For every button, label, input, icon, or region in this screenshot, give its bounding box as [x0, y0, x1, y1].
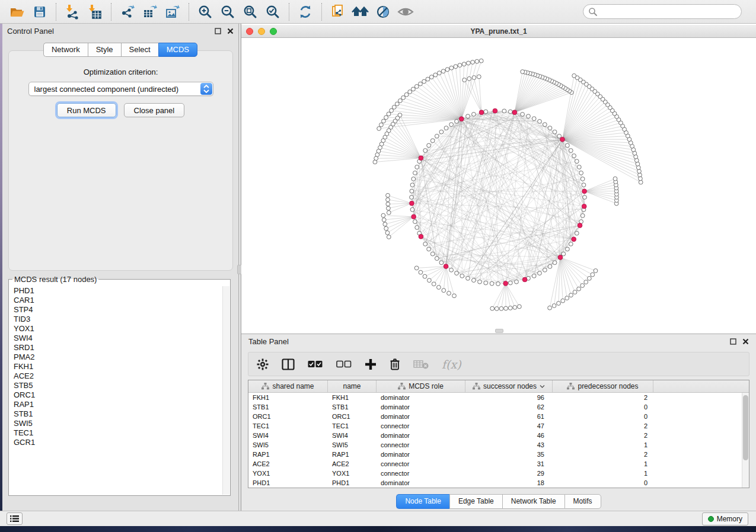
- settings-gear-icon[interactable]: [257, 358, 269, 370]
- column-header[interactable]: successor nodes: [465, 380, 553, 392]
- zoom-in-button[interactable]: [196, 2, 215, 21]
- delete-table-icon[interactable]: [413, 359, 429, 370]
- table-cell: connector: [377, 469, 465, 478]
- mcds-list-item[interactable]: STB5: [9, 381, 222, 390]
- float-panel-icon[interactable]: [730, 338, 736, 345]
- mcds-tab-panel: Optimization criterion: largest connecte…: [8, 50, 233, 271]
- close-panel-button[interactable]: Close panel: [124, 103, 185, 117]
- tab-network[interactable]: Network: [43, 43, 88, 57]
- add-column-icon[interactable]: [365, 358, 377, 370]
- import-network-icon: [65, 4, 80, 20]
- float-panel-icon[interactable]: [215, 28, 221, 34]
- zoom-out-button[interactable]: [218, 2, 237, 21]
- table-row[interactable]: STB1STB1dominator620: [248, 402, 742, 412]
- mcds-list-item[interactable]: FKH1: [9, 362, 222, 371]
- first-neighbors-button[interactable]: [351, 2, 370, 21]
- mcds-list-item[interactable]: RAP1: [9, 400, 222, 409]
- table-cell: SWI4: [248, 431, 328, 440]
- delete-column-icon[interactable]: [390, 358, 400, 370]
- mcds-list-item[interactable]: YOX1: [9, 324, 222, 334]
- export-table-button[interactable]: [141, 2, 160, 21]
- run-mcds-button[interactable]: Run MCDS: [57, 103, 116, 117]
- mcds-list-item[interactable]: TEC1: [9, 428, 222, 438]
- tab-motifs[interactable]: Motifs: [564, 494, 601, 509]
- column-header[interactable]: predecessor nodes: [553, 380, 653, 392]
- mcds-list-item[interactable]: STB1: [9, 409, 222, 419]
- mcds-list-item[interactable]: SWI5: [9, 419, 222, 428]
- tab-network-table[interactable]: Network Table: [502, 494, 564, 509]
- refresh-button[interactable]: [296, 2, 315, 21]
- mcds-list-item[interactable]: CAR1: [9, 296, 222, 305]
- table-scrollbar-thumb[interactable]: [743, 395, 748, 460]
- table-cell: 62: [465, 402, 553, 412]
- table-cell: 18: [465, 478, 553, 488]
- select-all-icon[interactable]: [308, 360, 323, 368]
- mcds-list-item[interactable]: STP4: [9, 305, 222, 315]
- show-columns-icon[interactable]: [282, 358, 295, 370]
- network-window-titlebar[interactable]: YPA_prune.txt_1: [241, 25, 756, 38]
- save-icon: [33, 5, 47, 19]
- mcds-list-scrollbar[interactable]: [222, 286, 229, 495]
- tab-edge-table[interactable]: Edge Table: [449, 494, 502, 509]
- tab-node-table[interactable]: Node Table: [396, 494, 449, 509]
- table-panel-title: Table Panel: [248, 337, 289, 346]
- search-input[interactable]: [583, 4, 742, 19]
- import-network-button[interactable]: [63, 2, 82, 21]
- mcds-result-box: MCDS result (17 nodes) PHD1CAR1STP4TID3Y…: [8, 275, 231, 496]
- table-scrollbar[interactable]: [742, 393, 749, 488]
- control-panel: Control Panel Network Style Select MCDS …: [2, 24, 239, 511]
- table-row[interactable]: YOX1YOX1connector291: [248, 469, 742, 478]
- column-header[interactable]: name: [328, 380, 377, 392]
- column-header[interactable]: MCDS role: [377, 380, 465, 392]
- column-header[interactable]: shared name: [248, 380, 328, 392]
- optimization-criterion-select[interactable]: largest connected component (undirected): [28, 82, 213, 96]
- select-stepper-icon: [200, 83, 212, 95]
- function-builder-icon[interactable]: f(x): [442, 358, 461, 371]
- show-hidden-button[interactable]: [396, 2, 415, 21]
- table-row[interactable]: RAP1RAP1dominator352: [248, 450, 742, 459]
- mcds-list-item[interactable]: TID3: [9, 315, 222, 324]
- table-row[interactable]: PHD1PHD1dominator180: [248, 478, 742, 488]
- toolbar-separator: [56, 3, 56, 21]
- tab-select[interactable]: Select: [121, 43, 158, 57]
- eye-icon: [397, 5, 414, 19]
- export-network-button[interactable]: [118, 2, 137, 21]
- table-cell: 31: [465, 459, 553, 469]
- table-row[interactable]: SWI5SWI5connector431: [248, 440, 742, 450]
- table-row[interactable]: FKH1FKH1dominator962: [248, 393, 742, 402]
- import-table-button[interactable]: [85, 2, 104, 21]
- table-row[interactable]: SWI4SWI4dominator462: [248, 431, 742, 440]
- toolbar-separator: [111, 3, 111, 21]
- save-button[interactable]: [30, 2, 49, 21]
- table-cell: 96: [465, 393, 553, 402]
- mcds-list-item[interactable]: PHD1: [9, 286, 222, 296]
- tab-mcds[interactable]: MCDS: [158, 43, 197, 57]
- mcds-list-item[interactable]: GCR1: [9, 438, 222, 447]
- table-row[interactable]: TEC1TEC1connector472: [248, 421, 742, 431]
- mcds-list-item[interactable]: ORC1: [9, 390, 222, 400]
- mcds-result-legend: MCDS result (17 nodes): [12, 275, 98, 284]
- mcds-result-list: PHD1CAR1STP4TID3YOX1SWI4SRD1PMA2FKH1ACE2…: [9, 286, 222, 495]
- new-network-from-selection-button[interactable]: [328, 2, 347, 21]
- horizontal-splitter-handle[interactable]: [495, 329, 503, 333]
- network-canvas[interactable]: [241, 39, 756, 334]
- export-image-button[interactable]: [163, 2, 182, 21]
- network-window-title: YPA_prune.txt_1: [241, 27, 756, 36]
- close-panel-icon[interactable]: [742, 338, 749, 345]
- memory-button[interactable]: Memory: [702, 512, 748, 525]
- mcds-list-item[interactable]: PMA2: [9, 352, 222, 362]
- zoom-selected-button[interactable]: [263, 2, 282, 21]
- open-folder-button[interactable]: [8, 2, 27, 21]
- status-bar: Memory: [0, 511, 756, 526]
- tab-style[interactable]: Style: [88, 43, 121, 57]
- mcds-list-item[interactable]: SWI4: [9, 334, 222, 343]
- close-panel-icon[interactable]: [227, 28, 234, 34]
- show-panels-list-button[interactable]: [7, 512, 23, 525]
- hide-selected-button[interactable]: [374, 2, 393, 21]
- mcds-list-item[interactable]: SRD1: [9, 343, 222, 352]
- table-row[interactable]: ACE2ACE2connector311: [248, 459, 742, 469]
- table-row[interactable]: ORC1ORC1dominator610: [248, 412, 742, 421]
- deselect-all-icon[interactable]: [336, 360, 352, 368]
- zoom-fit-button[interactable]: [241, 2, 260, 21]
- mcds-list-item[interactable]: ACE2: [9, 371, 222, 381]
